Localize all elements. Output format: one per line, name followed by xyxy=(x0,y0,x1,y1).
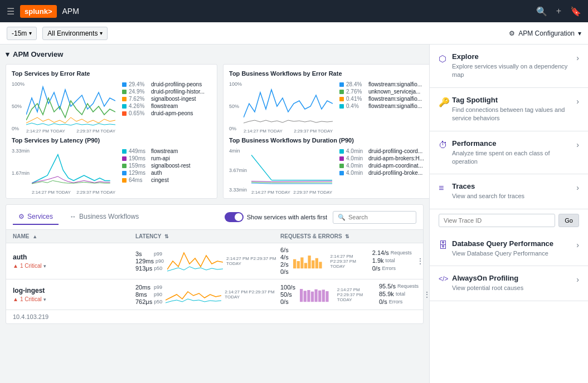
environment-dropdown[interactable]: All Environments ▾ xyxy=(42,27,108,40)
services-latency-legend: 449ms flowstream 190ms rum-api 159ms sig… xyxy=(122,148,211,193)
alert-badge[interactable]: ▲ 1 Critical ▾ xyxy=(13,296,135,302)
bottom-ip: 10.4.103.219 xyxy=(6,310,423,323)
legend-item: 0.65% druid-apm-peons xyxy=(122,110,211,116)
sidebar-tag-desc: Find connections between tag values and … xyxy=(452,106,576,123)
legend-item: 4.0min druid-profiling-coord... xyxy=(339,148,424,154)
svg-rect-13 xyxy=(311,292,314,302)
sidebar-traces-desc: View and search for traces xyxy=(452,192,576,200)
sidebar-item-always-on[interactable]: </> AlwaysOn Profiling View potential ro… xyxy=(430,266,588,301)
legend-dot xyxy=(339,104,344,109)
apm-config-button[interactable]: ⚙ APM Configuration ▾ xyxy=(509,30,581,37)
sort-icon: ▲ xyxy=(32,234,37,239)
sidebar-explore-desc: Explore services visually on a dependenc… xyxy=(452,62,576,80)
legend-dot xyxy=(339,97,344,101)
search-icon[interactable]: 🔍 xyxy=(536,6,547,17)
request-stats: 2.14/s Requests 1.9k total 0/s Errors xyxy=(372,249,412,273)
legend-item: 0.4% flowstream:signalfio... xyxy=(339,103,424,109)
time-labels-latency: 2:14:27 PM TODAY 2:29:37 PM TODAY xyxy=(32,190,115,195)
services-error-chart-area: 100% 50% 0% 2:14:27 PM TODAY 2:2 xyxy=(12,81,211,131)
sidebar-traces-title: Traces xyxy=(452,182,576,190)
section-title: APM Overview xyxy=(13,50,63,58)
sidebar-tag-content: Tag Spotlight Find connections between t… xyxy=(452,96,576,123)
bookmark-icon[interactable]: 🔖 xyxy=(570,6,581,17)
sidebar-performance-content: Performance Analyze time spent on each c… xyxy=(452,139,576,166)
trace-id-input[interactable] xyxy=(439,214,555,227)
legend-dot xyxy=(122,156,127,161)
services-latency-chart-area: 3.33min 1.67min 2:14:27 PM TODAY 2:29:37… xyxy=(12,148,211,193)
legend-item: 159ms signalboost-rest xyxy=(122,163,211,169)
service-requests-2: 100/s 50/s 0/s xyxy=(280,283,429,306)
workflows-duration-svg xyxy=(251,148,332,187)
col-header-name[interactable]: NAME ▲ xyxy=(13,233,135,239)
svg-rect-5 xyxy=(304,263,307,268)
add-icon[interactable]: + xyxy=(556,6,561,16)
chevron-down-icon: ▾ xyxy=(6,50,9,58)
sort-icon: ⇅ xyxy=(164,234,169,239)
latency-sparkline-2 xyxy=(166,283,221,306)
service-latency: 3sp99 129msp90 913μsp50 2:14:27 PM P2:29… xyxy=(135,250,280,272)
traces-input-row: Go xyxy=(430,209,588,232)
services-tab-icon: ⚙ xyxy=(18,213,25,220)
search-box[interactable]: 🔍 xyxy=(333,211,416,224)
main-layout: ▾ APM Overview Top Services by Error Rat… xyxy=(0,45,588,383)
service-name: log-ingest ▲ 1 Critical ▾ xyxy=(13,287,135,302)
legend-item: 129ms auth xyxy=(122,170,211,176)
workflows-duration-chart-area: 4min 3.67min 3.33min 2:14:27 PM xyxy=(229,148,424,193)
sidebar-explore-title: Explore xyxy=(452,52,576,61)
sidebar-item-database-query[interactable]: 🗄 Database Query Performance View Databa… xyxy=(430,232,588,266)
svg-rect-15 xyxy=(318,291,321,302)
services-latency-graph: 3.33min 1.67min 2:14:27 PM TODAY 2:29:37… xyxy=(12,148,118,193)
chevron-down-icon: ▾ xyxy=(29,30,32,36)
table-header: NAME ▲ LATENCY ⇅ REQUESTS & ERRORS ⇅ xyxy=(6,230,423,243)
services-error-panel: Top Services by Error Rate 100% 50% 0% xyxy=(6,64,217,199)
services-section: ⚙ Services ↔ Business Workflows Show ser… xyxy=(6,204,424,324)
alert-badge[interactable]: ▲ 1 Critical ▾ xyxy=(13,263,135,269)
sidebar: ⬡ Explore Explore services visually on a… xyxy=(429,45,588,383)
search-icon: 🔍 xyxy=(338,214,346,221)
legend-dot xyxy=(122,82,127,87)
legend-item: 4.26% flowstream xyxy=(122,103,211,109)
alerts-toggle[interactable] xyxy=(225,212,244,222)
services-latency-svg xyxy=(32,148,115,187)
workflows-error-chart-area: 100% 50% 0% 2:14:27 PM TODAY 2:29:37 PM … xyxy=(229,81,424,131)
col-header-latency[interactable]: LATENCY ⇅ xyxy=(135,233,280,239)
workflows-error-graph: 100% 50% 0% 2:14:27 PM TODAY 2:29:37 PM … xyxy=(229,81,335,131)
workflows-duration-graph: 4min 3.67min 3.33min 2:14:27 PM xyxy=(229,148,335,193)
go-button[interactable]: Go xyxy=(558,214,579,227)
row-actions: ⋮ xyxy=(416,257,424,266)
legend-item: 4.0min druid-profiling-broke... xyxy=(339,170,424,176)
chevron-right-icon: › xyxy=(576,140,579,149)
menu-icon[interactable]: ☰ xyxy=(7,6,14,17)
latency-sparkline xyxy=(167,250,223,272)
col-header-requests[interactable]: REQUESTS & ERRORS ⇅ xyxy=(280,233,416,239)
sidebar-item-tag-spotlight[interactable]: 🔑 Tag Spotlight Find connections between… xyxy=(430,88,588,131)
toggle-knob xyxy=(235,213,242,221)
row-menu-icon[interactable]: ⋮ xyxy=(423,290,429,299)
legend-dot xyxy=(339,149,344,154)
sidebar-item-traces[interactable]: ≡ Traces View and search for traces › xyxy=(430,174,588,209)
sidebar-item-performance[interactable]: ⏱ Performance Analyze time spent on each… xyxy=(430,131,588,175)
requests-mini-graph-2 xyxy=(300,283,329,306)
legend-dot xyxy=(122,90,127,94)
svg-rect-11 xyxy=(304,291,307,302)
tab-services[interactable]: ⚙ Services xyxy=(13,209,59,225)
legend-dot xyxy=(122,111,127,116)
legend-dot xyxy=(339,82,344,87)
legend-dot xyxy=(122,164,127,168)
legend-dot xyxy=(339,90,344,94)
legend-item: 4.0min druid-apm-brokers:H... xyxy=(339,155,424,161)
sidebar-item-explore[interactable]: ⬡ Explore Explore services visually on a… xyxy=(430,45,588,88)
sidebar-database-desc: View Database Query Performance xyxy=(452,249,576,258)
tab-workflows[interactable]: ↔ Business Workflows xyxy=(64,209,144,225)
explore-icon: ⬡ xyxy=(439,53,452,64)
database-icon: 🗄 xyxy=(439,240,452,251)
time-range-dropdown[interactable]: -15m ▾ xyxy=(7,27,37,40)
legend-dot xyxy=(122,178,127,183)
legend-dot xyxy=(339,171,344,175)
row-menu-icon[interactable]: ⋮ xyxy=(416,257,424,266)
workflows-error-svg xyxy=(244,81,333,126)
search-input[interactable] xyxy=(348,214,411,220)
legend-dot xyxy=(122,97,127,101)
apm-overview-header[interactable]: ▾ APM Overview xyxy=(6,50,424,58)
services-error-svg xyxy=(26,81,115,126)
